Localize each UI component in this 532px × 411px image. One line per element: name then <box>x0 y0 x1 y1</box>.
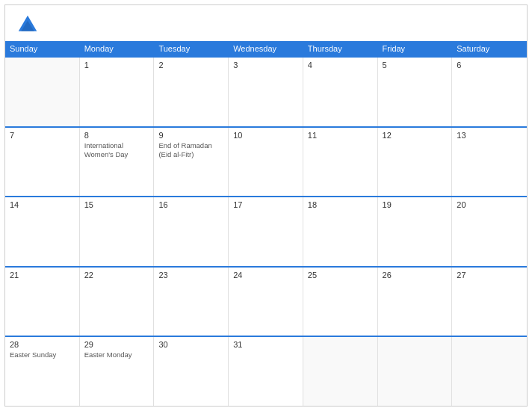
day-number: 18 <box>308 200 373 209</box>
day-cell: 19 <box>378 197 453 266</box>
holiday-label: International Women's Day <box>84 141 149 160</box>
day-number: 29 <box>84 340 149 349</box>
week-row-3: 14151617181920 <box>5 196 527 266</box>
day-cell: 12 <box>378 128 453 197</box>
day-number: 16 <box>158 200 223 209</box>
day-cell: 18 <box>303 197 378 266</box>
day-header-wednesday: Wednesday <box>229 41 303 56</box>
day-number: 11 <box>308 131 373 140</box>
day-cell: 26 <box>378 268 453 336</box>
calendar-grid: SundayMondayTuesdayWednesdayThursdayFrid… <box>5 41 527 406</box>
day-number: 30 <box>158 340 223 349</box>
day-cell: 16 <box>154 197 229 266</box>
day-number: 3 <box>233 61 298 69</box>
day-number: 10 <box>233 131 298 140</box>
calendar-container: SundayMondayTuesdayWednesdayThursdayFrid… <box>4 4 528 407</box>
day-number: 2 <box>158 61 223 69</box>
day-cell: 3 <box>229 58 303 126</box>
day-cell <box>5 58 80 126</box>
day-cell <box>378 337 453 406</box>
day-cell: 17 <box>229 197 303 266</box>
day-cell: 20 <box>452 197 527 266</box>
day-number: 25 <box>308 271 373 279</box>
week-row-4: 21222324252627 <box>5 266 527 336</box>
day-cell: 23 <box>154 268 229 336</box>
day-number: 17 <box>233 200 298 209</box>
holiday-label: End of Ramadan (Eid al-Fitr) <box>158 141 223 160</box>
day-cell: 9End of Ramadan (Eid al-Fitr) <box>154 128 229 197</box>
weeks-container: 12345678International Women's Day9End of… <box>5 56 527 406</box>
day-cell: 2 <box>154 58 229 126</box>
day-cell: 28Easter Sunday <box>5 337 80 406</box>
day-number: 15 <box>84 200 149 209</box>
day-cell: 6 <box>452 58 527 126</box>
day-cell: 29Easter Monday <box>80 337 155 406</box>
day-cell: 27 <box>452 268 527 336</box>
day-header-monday: Monday <box>80 41 155 56</box>
day-header-thursday: Thursday <box>303 41 378 56</box>
day-header-sunday: Sunday <box>5 41 80 56</box>
day-number: 26 <box>383 271 448 279</box>
day-number: 9 <box>158 131 223 140</box>
day-cell: 5 <box>378 58 453 126</box>
day-number: 22 <box>84 271 149 279</box>
day-cell: 7 <box>5 128 80 197</box>
day-cell: 24 <box>229 268 303 336</box>
week-row-2: 78International Women's Day9End of Ramad… <box>5 126 527 197</box>
week-row-5: 28Easter Sunday29Easter Monday3031 <box>5 336 527 406</box>
day-number: 4 <box>308 61 373 69</box>
day-cell: 13 <box>452 128 527 197</box>
day-number: 8 <box>84 131 149 140</box>
day-cell: 1 <box>80 58 155 126</box>
day-cell: 21 <box>5 268 80 336</box>
day-cell: 31 <box>229 337 303 406</box>
day-cell: 8International Women's Day <box>80 128 155 197</box>
day-number: 20 <box>457 200 522 209</box>
day-cell: 22 <box>80 268 155 336</box>
day-cell: 25 <box>303 268 378 336</box>
day-header-friday: Friday <box>378 41 453 56</box>
day-number: 27 <box>457 271 522 279</box>
calendar-header <box>5 5 527 41</box>
day-number: 12 <box>383 131 448 140</box>
day-header-saturday: Saturday <box>452 41 527 56</box>
day-number: 28 <box>10 340 75 349</box>
holiday-label: Easter Monday <box>84 350 149 359</box>
day-number: 14 <box>10 200 75 209</box>
day-number: 6 <box>457 61 522 69</box>
day-cell: 10 <box>229 128 303 197</box>
day-cell: 11 <box>303 128 378 197</box>
day-headers: SundayMondayTuesdayWednesdayThursdayFrid… <box>5 41 527 56</box>
day-number: 13 <box>457 131 522 140</box>
holiday-label: Easter Sunday <box>10 350 75 359</box>
day-number: 1 <box>84 61 149 69</box>
week-row-1: 123456 <box>5 56 527 126</box>
day-number: 23 <box>158 271 223 279</box>
day-header-tuesday: Tuesday <box>154 41 229 56</box>
day-cell: 15 <box>80 197 155 266</box>
day-number: 21 <box>10 271 75 279</box>
logo-icon <box>17 14 38 35</box>
day-number: 7 <box>10 131 75 140</box>
day-number: 19 <box>383 200 448 209</box>
day-cell <box>303 337 378 406</box>
day-number: 31 <box>233 340 298 349</box>
logo <box>17 14 41 35</box>
day-number: 24 <box>233 271 298 279</box>
day-cell <box>452 337 527 406</box>
day-number: 5 <box>383 61 448 69</box>
day-cell: 30 <box>154 337 229 406</box>
day-cell: 14 <box>5 197 80 266</box>
day-cell: 4 <box>303 58 378 126</box>
